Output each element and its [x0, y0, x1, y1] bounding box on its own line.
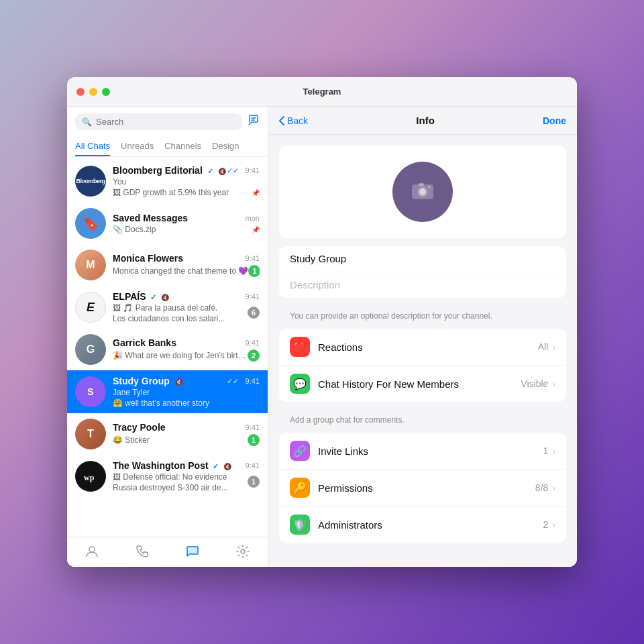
chat-preview-bloomberg: You: [113, 177, 260, 186]
chat-time-monica: 9:41: [246, 254, 260, 262]
chat-time-study: 9:41: [246, 377, 260, 385]
chat-item-wp[interactable]: wp The Washington Post ✓ 🔇 9:41: [67, 455, 268, 498]
mute-icon-wp: 🔇: [223, 463, 231, 470]
avatar-wp: wp: [75, 461, 106, 492]
badge-monica: 1: [248, 265, 260, 277]
titlebar: Telegram: [67, 77, 577, 107]
reactions-value: All: [538, 341, 549, 352]
chat-item-monica[interactable]: M Monica Flowers 9:41 Monica changed the…: [67, 244, 268, 286]
administrators-row[interactable]: 🛡️ Administrators 2 ›: [279, 506, 566, 543]
administrators-value: 2: [543, 519, 549, 530]
chat-item-study[interactable]: S Study Group 🔇 ✓✓ 9:41 Jane Tyler: [67, 370, 268, 413]
invite-links-icon-wrap: 🔗: [290, 441, 310, 461]
svg-point-5: [420, 189, 426, 195]
chat-item-saved[interactable]: 🔖 Saved Messages mon 📎 Docs.zip 📌: [67, 203, 268, 244]
pin-icon-saved: 📌: [252, 226, 260, 233]
chat-preview-saved: 📎 Docs.zip 📌: [113, 225, 260, 234]
chat-item-tracy[interactable]: T Tracy Poole 9:41 😂 Sticker 1: [67, 413, 268, 455]
group-name-field[interactable]: Study Group: [279, 246, 566, 272]
chat-time-garrick: 9:41: [246, 339, 260, 347]
group-avatar[interactable]: [392, 162, 453, 222]
settings-row-reactions[interactable]: ❤️ Reactions All ›: [279, 329, 566, 366]
description-hint: You can provide an optional description …: [279, 306, 566, 321]
search-bar: 🔍: [67, 107, 268, 137]
mute-icon-bloomberg: 🔇: [218, 168, 226, 175]
chat-body-elpais: ELPAÍS ✓ 🔇 9:41 🖼 🎵 Para la pausa del ca…: [113, 291, 260, 323]
chat-name-tracy: Tracy Poole: [113, 422, 166, 433]
tab-design[interactable]: Design: [212, 137, 239, 156]
reactions-chevron: ›: [552, 341, 555, 352]
sidebar: 🔍 All Chats Unreads Channels Design: [67, 107, 268, 567]
description-placeholder: Description: [290, 279, 340, 290]
chat-body-tracy: Tracy Poole 9:41 😂 Sticker 1: [113, 422, 260, 446]
read-check-bloomberg: ✓✓: [227, 166, 239, 175]
permissions-value: 8/8: [535, 482, 548, 493]
tab-unreads[interactable]: Unreads: [121, 137, 154, 156]
back-button[interactable]: Back: [279, 115, 308, 126]
close-button[interactable]: [76, 88, 85, 96]
nav-calls-icon[interactable]: [135, 544, 150, 559]
back-label: Back: [287, 115, 308, 126]
search-input[interactable]: [96, 117, 235, 127]
nav-settings-icon[interactable]: [235, 544, 250, 559]
avatar-saved: 🔖: [75, 208, 106, 239]
maximize-button[interactable]: [102, 88, 110, 96]
search-input-wrap[interactable]: 🔍: [75, 113, 242, 130]
bottom-nav: [67, 537, 268, 567]
avatar-bloomberg: Bloomberg: [75, 166, 106, 197]
permissions-icon-wrap: 🔑: [290, 478, 310, 498]
chat-preview2-wp: Russia destroyed S-300 air de...: [113, 483, 227, 492]
chat-body-bloomberg: Bloomberg Editorial ✓ 🔇 ✓✓ 9:41 You 🖼: [113, 165, 260, 197]
chat-time-elpais: 9:41: [246, 292, 260, 301]
settings-row-chat-history[interactable]: 💬 Chat History For New Members Visible ›: [279, 366, 566, 402]
reactions-icon: ❤️: [293, 341, 307, 354]
info-section: Study Group Description: [279, 246, 566, 298]
invite-links-row[interactable]: 🔗 Invite Links 1 ›: [279, 433, 566, 470]
chat-name-bloomberg: Bloomberg Editorial ✓ 🔇: [113, 165, 226, 176]
nav-chats-icon[interactable]: [185, 544, 200, 559]
tab-channels[interactable]: Channels: [164, 137, 201, 156]
permissions-icon: 🔑: [293, 482, 307, 494]
panel-header: Back Info Done: [268, 107, 577, 135]
administrators-label: Administrators: [318, 519, 543, 531]
pin-icon-bloomberg: 📌: [252, 189, 260, 197]
svg-point-2: [241, 549, 245, 553]
permissions-row[interactable]: 🔑 Permissions 8/8 ›: [279, 470, 566, 506]
chat-item-elpais[interactable]: E ELPAÍS ✓ 🔇 9:41 🖼 🎵 Para la: [67, 286, 268, 329]
chat-preview2-elpais: Los ciudadanos con los salari...: [113, 314, 225, 323]
chat-body-monica: Monica Flowers 9:41 Monica changed the c…: [113, 253, 260, 277]
badge-tracy: 1: [248, 434, 260, 446]
nav-contacts-icon[interactable]: [85, 544, 99, 559]
chat-name-study: Study Group 🔇: [113, 376, 184, 386]
chat-name-elpais: ELPAÍS ✓ 🔇: [113, 291, 169, 302]
group-name-value: Study Group: [290, 253, 346, 264]
chat-preview-elpais: 🖼 🎵 Para la pausa del café.: [113, 303, 225, 313]
permissions-label: Permissions: [318, 482, 535, 494]
description-field[interactable]: Description: [279, 272, 566, 298]
compose-icon[interactable]: [248, 114, 260, 129]
invite-links-icon: 🔗: [293, 445, 307, 458]
chat-name-wp: The Washington Post ✓ 🔇: [113, 460, 231, 471]
chat-body-wp: The Washington Post ✓ 🔇 9:41 🖼 Defense o…: [113, 460, 260, 492]
reactions-label: Reactions: [318, 341, 538, 353]
chat-item-bloomberg[interactable]: Bloomberg Bloomberg Editorial ✓ 🔇 ✓✓ 9:4…: [67, 160, 268, 203]
app-title: Telegram: [303, 87, 341, 97]
chat-history-value: Visible: [521, 378, 548, 389]
minimize-button[interactable]: [89, 88, 97, 96]
svg-point-7: [429, 186, 431, 188]
chat-time-tracy: 9:41: [246, 423, 260, 431]
chat-history-icon: 💬: [293, 378, 307, 390]
done-button[interactable]: Done: [543, 115, 566, 126]
invite-links-chevron: ›: [552, 445, 555, 456]
chat-item-garrick[interactable]: G Garrick Banks 9:41 🎉 What are we doing…: [67, 329, 268, 370]
search-icon: 🔍: [82, 117, 92, 127]
avatar-elpais: E: [75, 292, 106, 323]
avatar-monica: M: [75, 250, 106, 280]
svg-point-1: [89, 547, 95, 552]
tab-all-chats[interactable]: All Chats: [75, 137, 110, 156]
comments-hint: Add a group chat for comments.: [279, 410, 566, 425]
panel-title: Info: [416, 115, 435, 126]
settings-section: ❤️ Reactions All › 💬 Chat History For Ne…: [279, 329, 566, 402]
main-content: 🔍 All Chats Unreads Channels Design: [67, 107, 577, 567]
chat-list: Bloomberg Bloomberg Editorial ✓ 🔇 ✓✓ 9:4…: [67, 160, 268, 537]
